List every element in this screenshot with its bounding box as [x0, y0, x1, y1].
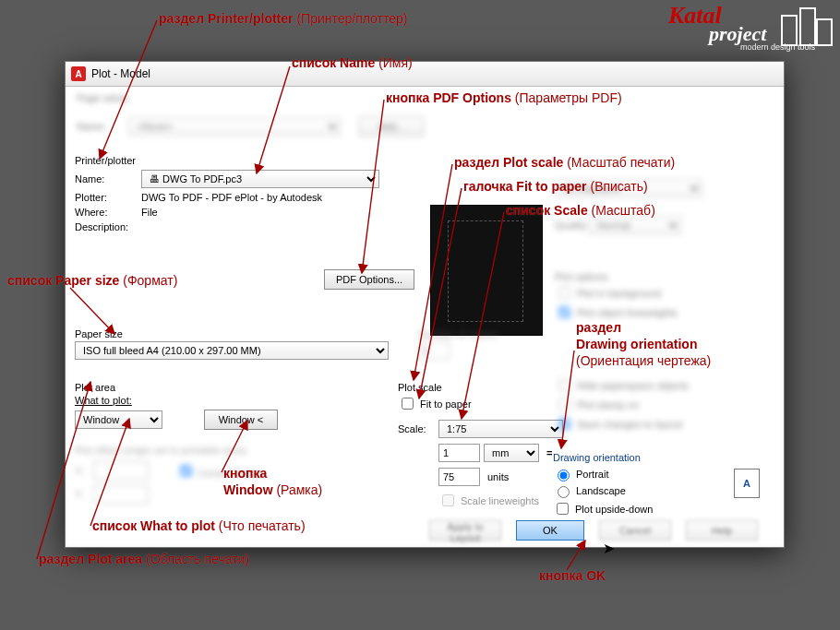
fit-to-paper-label: Fit to paper: [420, 398, 472, 410]
where-value: File: [141, 207, 158, 218]
portrait-label: Portrait: [576, 469, 608, 480]
annot-plot-scale: раздел Plot scale (Масштаб печати): [454, 155, 675, 170]
scale-lineweights-label: Scale lineweights: [461, 495, 539, 506]
paper-preview: [430, 205, 543, 336]
annot-plot-area: раздел Plot area (Область печати): [39, 552, 249, 566]
paper-size-section: Paper size ISO full bleed A4 (210.00 x 2…: [75, 325, 398, 360]
equals-sign: =: [546, 447, 552, 458]
scale-numerator-input[interactable]: [438, 444, 480, 462]
scale-label: Scale:: [398, 423, 438, 434]
plot-dialog: A Plot - Model Page setup Name: <None> A…: [65, 61, 785, 548]
annot-what-to-plot: список What to plot (Что печатать): [92, 518, 306, 533]
name-label: Name:: [75, 173, 141, 184]
printer-name-select[interactable]: 🖶 DWG To PDF.pc3: [141, 170, 379, 188]
plot-upside-down-checkbox[interactable]: [557, 503, 569, 515]
landscape-radio[interactable]: [558, 486, 570, 498]
annot-name: список Name (Имя): [292, 55, 413, 70]
what-to-plot-label: What to plot:: [75, 395, 389, 406]
plotter-label: Plotter:: [75, 192, 141, 203]
pdf-options-button[interactable]: PDF Options...: [324, 269, 414, 290]
paper-size-legend: Paper size: [75, 328, 398, 339]
annot-paper-size: список Paper size (Формат): [7, 273, 177, 288]
annot-fit-to-paper: галочка Fit to paper (Вписать): [463, 179, 648, 194]
fit-to-paper-checkbox[interactable]: [402, 398, 414, 410]
scale-select[interactable]: 1:75: [438, 420, 563, 438]
paper-size-select[interactable]: ISO full bleed A4 (210.00 x 297.00 MM): [75, 341, 389, 360]
portrait-radio[interactable]: [558, 470, 570, 481]
annot-drawing-orientation: разделDrawing orientation(Ориентация чер…: [576, 319, 711, 369]
brand-logo: Katal project modern design tools: [668, 2, 834, 53]
annot-pdf-options: кнопка PDF Options (Параметры PDF): [386, 90, 622, 105]
printer-plotter-section: Printer/plotter Name: 🖶 DWG To PDF.pc3 P…: [75, 151, 426, 236]
scale-unit-select[interactable]: mm: [484, 444, 539, 462]
cancel-button[interactable]: Cancel: [599, 520, 671, 541]
drawing-orientation-section: Drawing orientation Portrait Landscape P…: [553, 452, 765, 519]
orientation-icon: A: [734, 469, 760, 498]
landscape-label: Landscape: [576, 485, 626, 496]
what-to-plot-select[interactable]: Window: [75, 410, 162, 429]
titlebar: A Plot - Model: [66, 62, 784, 87]
apply-to-layout-button[interactable]: Apply to Layout: [429, 520, 501, 541]
drawing-orientation-legend: Drawing orientation: [553, 452, 765, 463]
annot-window: кнопкаWindow (Рамка): [223, 465, 322, 498]
plot-upside-down-label: Plot upside-down: [575, 504, 653, 515]
ok-button[interactable]: OK: [516, 520, 584, 541]
annot-printer-plotter: раздел Printer/plotter (Принтер/плоттер): [159, 11, 407, 26]
description-label: Description:: [75, 221, 141, 232]
window-title: Plot - Model: [91, 67, 150, 80]
plotter-value: DWG To PDF - PDF ePlot - by Autodesk: [141, 192, 322, 203]
units-label: units: [487, 471, 509, 482]
help-button[interactable]: Help: [686, 520, 758, 541]
scale-denominator-input[interactable]: [438, 468, 480, 486]
annot-ok: кнопка OK: [539, 568, 606, 583]
scale-lineweights-checkbox: [442, 494, 454, 506]
right-options-blur: As displayed Quality Normal Plot options…: [555, 179, 774, 437]
app-icon: A: [71, 66, 86, 81]
where-label: Where:: [75, 207, 141, 218]
plot-area-legend: Plot area: [75, 382, 389, 393]
window-button[interactable]: Window <: [204, 410, 278, 430]
printer-plotter-legend: Printer/plotter: [75, 155, 426, 166]
annot-scale: список Scale (Масштаб): [506, 203, 655, 218]
